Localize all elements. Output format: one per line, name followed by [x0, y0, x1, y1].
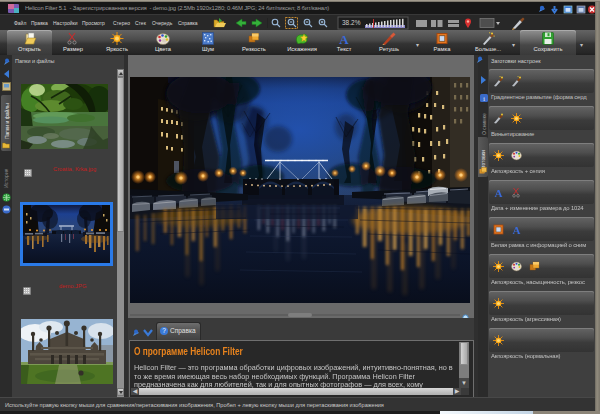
svg-text:38.2%: 38.2% — [342, 19, 361, 26]
svg-text:A: A — [495, 187, 503, 198]
svg-text:A: A — [513, 224, 521, 235]
svg-text:A: A — [339, 32, 349, 45]
